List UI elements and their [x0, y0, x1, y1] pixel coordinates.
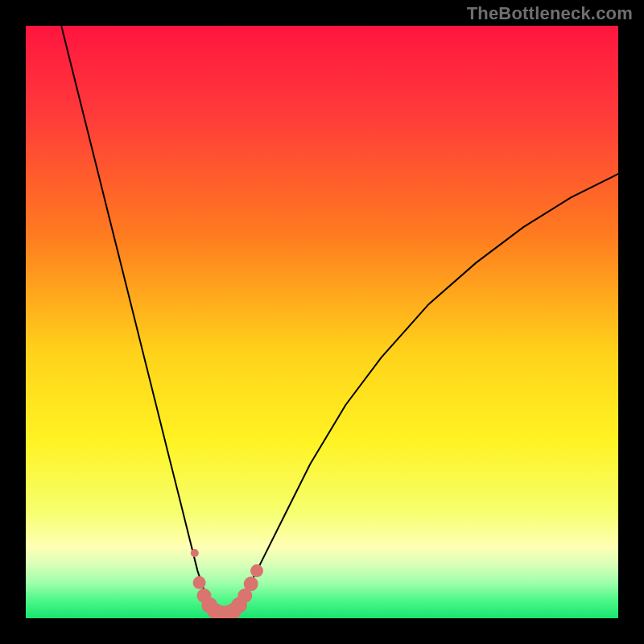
- bottleneck-chart: [26, 26, 618, 618]
- trough-marker: [193, 576, 206, 589]
- watermark-text: TheBottleneck.com: [467, 3, 633, 24]
- chart-background: [26, 26, 618, 618]
- trough-marker: [244, 576, 258, 591]
- trough-marker: [250, 564, 263, 577]
- trough-marker: [191, 549, 199, 557]
- chart-frame: TheBottleneck.com: [0, 0, 644, 644]
